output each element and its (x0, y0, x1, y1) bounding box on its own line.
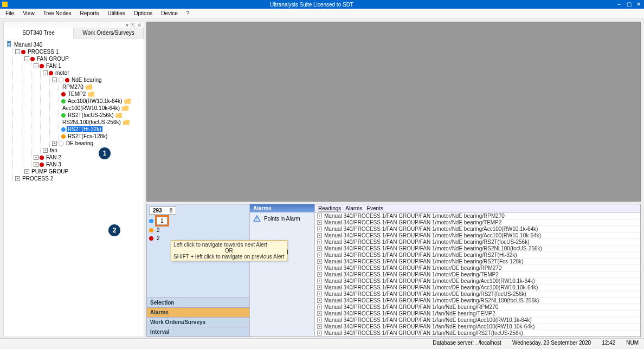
reading-row[interactable]: +Manual 340/PROCESS 1/FAN GROUP/FAN 1/mo… (315, 245, 640, 252)
tree-item[interactable]: Acc100(RW10.10k-64k) (61, 105, 141, 112)
expander-icon[interactable]: - (34, 63, 38, 68)
tab-alarms[interactable]: Alarms (345, 205, 362, 211)
reading-row[interactable]: +Manual 340/PROCESS 1/FAN GROUP/FAN 1/mo… (315, 298, 640, 304)
expander-icon[interactable]: - (15, 49, 20, 54)
menu-view[interactable]: View (20, 10, 38, 16)
tree-de-bearing[interactable]: +DE bearing (52, 140, 141, 147)
tree-item[interactable]: Acc100(RW10.1k-64k) (61, 98, 141, 105)
menu-reports[interactable]: Reports (77, 10, 102, 16)
reading-row[interactable]: +Manual 340/PROCESS 1/FAN GROUP/FAN 1/fa… (315, 311, 640, 317)
tree-item[interactable]: TEMP2 (61, 91, 141, 98)
menu-file[interactable]: File (2, 10, 17, 16)
tree-item[interactable]: RS2T(Fcs-128k) (61, 133, 141, 140)
expander-icon[interactable]: + (317, 324, 322, 329)
reading-row[interactable]: +Manual 340/PROCESS 1/FAN GROUP/FAN 1/mo… (315, 226, 640, 232)
panel-pin-icon[interactable]: ▾ (126, 22, 128, 28)
reading-row[interactable]: +Manual 340/PROCESS 1/FAN GROUP/FAN 1/mo… (315, 272, 640, 278)
expander-icon[interactable]: + (317, 298, 322, 303)
reading-row[interactable]: +Manual 340/PROCESS 1/FAN GROUP/FAN 1/mo… (315, 291, 640, 298)
alarm-count-alert[interactable]: 1 (149, 217, 247, 225)
reading-row[interactable]: +Manual 340/PROCESS 1/FAN GROUP/FAN 1/fa… (315, 304, 640, 311)
reading-row[interactable]: +Manual 340/PROCESS 1/FAN GROUP/FAN 1/fa… (315, 330, 640, 337)
tree-pump-group[interactable]: +PUMP GROUP (24, 168, 141, 175)
reading-row[interactable]: +Manual 340/PROCESS 1/FAN GROUP/FAN 1/mo… (315, 265, 640, 272)
expander-icon[interactable]: + (317, 214, 322, 218)
expander-icon[interactable]: - (43, 70, 48, 75)
expander-icon[interactable]: + (317, 240, 322, 244)
chart-canvas[interactable] (146, 22, 641, 202)
expander-icon[interactable]: - (52, 77, 57, 82)
reading-row[interactable]: +Manual 340/PROCESS 1/FAN GROUP/FAN 1/mo… (315, 278, 640, 285)
reading-row[interactable]: +Manual 340/PROCESS 1/FAN GROUP/FAN 1/mo… (315, 258, 640, 265)
expander-icon[interactable]: + (15, 176, 20, 181)
expander-icon[interactable]: + (317, 266, 322, 270)
expander-icon[interactable]: + (317, 292, 322, 296)
reading-row[interactable]: +Manual 340/PROCESS 1/FAN GROUP/FAN 1/mo… (315, 219, 640, 226)
menu-options[interactable]: Options (131, 10, 156, 16)
tree-item[interactable]: RS2NL100(focUS-256k) (61, 119, 141, 126)
expander-icon[interactable]: + (317, 220, 322, 225)
expander-icon[interactable]: + (317, 318, 322, 322)
accordion-alarms[interactable]: Alarms (147, 307, 249, 317)
reading-row[interactable]: +Manual 340/PROCESS 1/FAN GROUP/FAN 1/mo… (315, 232, 640, 239)
expander-icon[interactable]: + (317, 331, 322, 335)
expander-icon[interactable]: - (24, 56, 29, 61)
tab-events[interactable]: Events (366, 205, 383, 211)
alarm-count-warning[interactable]: 2 (149, 227, 247, 233)
accordion-work-orders[interactable]: Work Orders/Surveys (147, 317, 249, 327)
tree-fan-sub[interactable]: +fan (43, 147, 141, 154)
expander-icon[interactable]: + (34, 155, 38, 160)
tree-nde-bearing[interactable]: -NdE bearing (52, 76, 141, 83)
alarm-points[interactable]: Points in Alarm (250, 212, 314, 224)
expander-icon[interactable]: + (317, 272, 322, 277)
alarm-count-total[interactable]: 2938 (149, 206, 247, 215)
tree-motor[interactable]: -motor (43, 69, 141, 76)
menu-tree-nodes[interactable]: Tree Nodes (40, 10, 75, 16)
tree-root[interactable]: 🗄Manual 340 (6, 41, 141, 48)
close-button[interactable]: ✕ (635, 2, 642, 7)
reading-row[interactable]: +Manual 340/PROCESS 1/FAN GROUP/FAN 1/mo… (315, 252, 640, 258)
expander-icon[interactable]: + (317, 259, 322, 264)
tab-work-orders[interactable]: Work Orders/Surveys (74, 28, 144, 38)
reading-row[interactable]: +Manual 340/PROCESS 1/FAN GROUP/FAN 1/fa… (315, 317, 640, 324)
tree-fan-1[interactable]: -FAN 1 (34, 62, 141, 69)
tree-process-2[interactable]: +PROCESS 2 (15, 175, 141, 182)
menu-device[interactable]: Device (158, 10, 181, 16)
reading-row[interactable]: +Manual 340/PROCESS 1/FAN GROUP/FAN 1/fa… (315, 324, 640, 330)
expander-icon[interactable]: + (317, 305, 322, 309)
reading-row[interactable]: +Manual 340/PROCESS 1/FAN GROUP/FAN 1/mo… (315, 213, 640, 219)
tree-item[interactable]: RS2T(focUS-256k) (61, 112, 141, 119)
reading-row[interactable]: +Manual 340/PROCESS 1/FAN GROUP/FAN 1/mo… (315, 239, 640, 245)
menu-utilities[interactable]: Utilities (105, 10, 128, 16)
alarm-action-label: Points in Alarm (264, 216, 300, 222)
tab-readings[interactable]: Readings (318, 205, 341, 211)
menu-help[interactable]: ? (183, 10, 193, 16)
tree-item[interactable]: RPM270 (61, 83, 141, 91)
tree-fan-group[interactable]: -FAN GROUP (24, 55, 141, 62)
accordion-interval[interactable]: Interval (147, 327, 249, 337)
tree-process-1[interactable]: -PROCESS 1 (15, 48, 141, 55)
expander-icon[interactable]: + (317, 285, 322, 290)
accordion-selection[interactable]: Selection (147, 298, 249, 307)
expander-icon[interactable]: + (317, 227, 322, 231)
expander-icon[interactable]: + (317, 233, 322, 238)
maximize-button[interactable]: ▢ (626, 2, 632, 7)
minimize-button[interactable]: – (616, 2, 622, 7)
tree-item-selected[interactable]: RS2T(Ht-32k) (61, 126, 141, 133)
expander-icon[interactable]: + (317, 279, 322, 283)
expander-icon[interactable]: + (34, 162, 38, 167)
reading-row[interactable]: +Manual 340/PROCESS 1/FAN GROUP/FAN 1/mo… (315, 285, 640, 291)
expander-icon[interactable]: + (317, 253, 322, 257)
tab-tree[interactable]: SDT340 Tree (4, 28, 74, 38)
expander-icon[interactable]: + (317, 311, 322, 316)
tree-fan-3[interactable]: +FAN 3 (34, 161, 141, 168)
panel-close-icon[interactable]: ✕ (137, 22, 141, 28)
expander-icon[interactable]: + (317, 246, 322, 251)
tree-fan-2[interactable]: +FAN 2 (34, 154, 141, 161)
expander-icon[interactable]: + (52, 141, 57, 146)
tree[interactable]: 🗄Manual 340 -PROCESS 1 -FAN GROUP -FAN 1… (4, 38, 144, 337)
expander-icon[interactable]: + (24, 169, 29, 174)
expander-icon[interactable]: + (43, 148, 48, 153)
panel-dock-icon[interactable]: ⇱ (131, 22, 135, 28)
readings-list[interactable]: +Manual 340/PROCESS 1/FAN GROUP/FAN 1/mo… (315, 213, 640, 337)
